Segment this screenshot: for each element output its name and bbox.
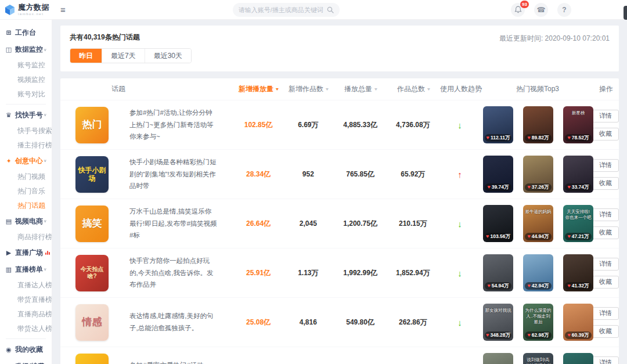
video-thumbnail[interactable]: ♥212.58万	[563, 353, 593, 364]
grid-icon: ⊞	[5, 29, 13, 37]
topic-thumbnail[interactable]: 情感	[75, 304, 109, 341]
search-input[interactable]	[239, 6, 327, 13]
video-thumbnail[interactable]: ♥112.11万	[483, 106, 513, 143]
search-box[interactable]	[233, 3, 340, 17]
video-thumbnail[interactable]: 新星榜♥78.52万	[563, 106, 593, 143]
sidebar-subitem-1-0[interactable]: 账号监控	[0, 58, 52, 73]
tab-2[interactable]: 最近30天	[145, 49, 191, 63]
sidebar-collapse-icon[interactable]: ≡	[60, 5, 66, 14]
table-row: 情感表达情感,吐露感情,美好的句子,总能治愈孤独孩子。25.08亿4,81654…	[60, 297, 619, 347]
tab-1[interactable]: 最近7天	[102, 49, 145, 63]
video-thumbnail[interactable]: ♥33.74万	[563, 156, 593, 193]
video-thumbnail[interactable]: 为什么深爱的人..不能走到最后♥62.98万	[523, 304, 553, 341]
likes-bar: ♥112.11万	[485, 134, 511, 142]
detail-button[interactable]: 详情	[592, 258, 619, 271]
video-thumbnail[interactable]: ♥54.94万	[483, 254, 513, 291]
column-header-0: 话题	[60, 84, 235, 94]
video-thumbnail[interactable]: ♥60.39万	[563, 304, 593, 341]
favorite-button[interactable]: 收藏	[592, 128, 619, 140]
sidebar-item-2[interactable]: ♛找快手号∨	[0, 107, 52, 124]
topic-description[interactable]: 参加#热门#活动,让你分分钟上热门~更多热门新奇活动等你来参与~	[129, 107, 218, 143]
detail-button[interactable]: 详情	[592, 110, 619, 122]
video-thumbnail[interactable]: ♥42.94万	[523, 254, 553, 291]
favorite-button[interactable]: 收藏	[592, 226, 619, 239]
table-header: 话题新增播放量▼新增作品数▼播放总量▼作品总数▼使用人数趋势热门视频Top3操作	[60, 78, 619, 100]
sidebar-subitem-3-2[interactable]: 热门话题	[0, 199, 52, 213]
column-header-3[interactable]: 播放总量▼	[334, 84, 388, 94]
favorite-button[interactable]: 收藏	[592, 276, 619, 289]
sidebar-subitem-3-1[interactable]: 热门音乐	[0, 184, 52, 199]
detail-button[interactable]: 详情	[592, 159, 619, 172]
column-header-6: 热门视频Top3	[482, 84, 593, 94]
total-plays-value: 765.85亿	[334, 170, 387, 179]
column-header-2[interactable]: 新增作品数▼	[283, 84, 334, 94]
column-label: 使用人数趋势	[440, 84, 482, 94]
column-header-1[interactable]: 新增播放量▼	[235, 84, 283, 94]
topic-thumbnail[interactable]: 搞笑	[75, 206, 109, 242]
topic-thumbnail[interactable]: 爱官方爱热门	[75, 354, 109, 364]
sidebar-subitem-2-0[interactable]: 快手号搜索	[0, 124, 52, 138]
topic-description[interactable]: 快手官方陪你一起拍点好玩的,今天拍点啥,我告诉你。发布作品并	[129, 255, 218, 291]
sidebar-subitem-1-1[interactable]: 视频监控	[0, 73, 52, 87]
sidebar-subitem-6-1[interactable]: 带货直播榜	[0, 293, 52, 307]
video-thumbnail[interactable]: ♥152.38万	[483, 353, 513, 364]
video-thumbnail[interactable]: 最牛逼的妈妈♥44.94万	[523, 205, 553, 242]
detail-button[interactable]: 详情	[592, 356, 619, 364]
search-icon[interactable]	[327, 6, 334, 13]
detail-button[interactable]: 详情	[592, 208, 619, 221]
video-thumbnail[interactable]: ♥103.56万	[483, 205, 513, 242]
sidebar-item-8[interactable]: ◈升级/续费	[0, 358, 52, 364]
sidebar-item-6[interactable]: ▥直播榜单∨	[0, 261, 52, 278]
likes-count: 33.74万	[572, 185, 589, 190]
total-works-value: 262.86万	[387, 318, 439, 327]
detail-button[interactable]: 详情	[592, 307, 619, 320]
tab-0[interactable]: 昨日	[70, 49, 102, 63]
sidebar-subitem-6-3[interactable]: 带货达人榜	[0, 322, 52, 336]
sidebar-subitem-6-2[interactable]: 直播商品榜	[0, 307, 52, 322]
heart-icon: ♥	[487, 135, 489, 140]
sidebar-item-3[interactable]: ✦创意中心∨	[0, 153, 52, 170]
video-thumbnail[interactable]: 天天安排啦!你也来一个吧♥47.21万	[563, 205, 593, 242]
video-thumbnail[interactable]: 说到做到!高考结束班主任带全班学生网吧通宵打游戏♥112.74万	[523, 353, 553, 364]
sidebar-item-1[interactable]: ◫数据监控∨	[0, 41, 52, 58]
video-thumbnail[interactable]: ♥41.32万	[563, 254, 593, 291]
column-header-5: 使用人数趋势	[440, 84, 482, 94]
notifications-button[interactable]: 93	[511, 3, 525, 17]
topic-description[interactable]: 表达情感,吐露感情,美好的句子,总能治愈孤独孩子。	[129, 310, 218, 334]
sidebar-item-4[interactable]: ▤视频电商∨	[0, 213, 52, 230]
sidebar-subitem-4-0[interactable]: 商品排行榜	[0, 230, 52, 244]
video-thumbnail[interactable]: ♥39.74万	[483, 156, 513, 193]
sidebar-subitem-2-1[interactable]: 播主排行榜	[0, 138, 52, 153]
shop-icon: ▤	[5, 218, 13, 225]
topic-description[interactable]: 快手小剧场是各种精彩热门短剧的“剧集地”!发布短剧相关作品时带	[129, 156, 218, 192]
brand-logo[interactable]: 魔方数据 iambox.net	[0, 3, 52, 16]
column-label: 话题	[111, 84, 125, 94]
column-header-4[interactable]: 作品总数▼	[388, 84, 440, 94]
sidebar-subitem-3-0[interactable]: 热门视频	[0, 170, 52, 184]
sidebar-item-7[interactable]: ◉我的收藏	[0, 341, 52, 358]
topic-thumbnail[interactable]: 快手小剧场	[75, 156, 109, 193]
video-thumbnail[interactable]: ♥89.82万	[523, 106, 553, 143]
chevron-down-icon: ∨	[44, 48, 48, 52]
topic-description[interactable]: 参加#爱官方爱热门#活动,一起上热门吧~	[129, 359, 218, 364]
topic-description[interactable]: 万水千山总是情,搞笑逗乐你最行!即日起,发布带#搞笑视频#标	[129, 206, 218, 242]
brand-domain: iambox.net	[18, 12, 49, 16]
sidebar-item-5[interactable]: ▶直播广场	[0, 244, 52, 261]
side-drawer-handle[interactable]	[624, 6, 627, 20]
sidebar-subitem-1-2[interactable]: 账号对比	[0, 87, 52, 102]
heart-icon: ♥	[527, 333, 530, 338]
table-body: 热门参加#热门#活动,让你分分钟上热门~更多热门新奇活动等你来参与~102.85…	[60, 100, 619, 364]
video-thumbnail[interactable]: 那女孩对我说♥348.28万	[483, 304, 513, 341]
sidebar-subitem-6-0[interactable]: 直播达人榜	[0, 278, 52, 293]
total-works-value: 4,736.08万	[387, 120, 439, 130]
likes-bar: ♥60.39万	[565, 331, 592, 339]
top-videos-cell: ♥54.94万♥42.94万♥41.32万	[481, 254, 592, 291]
topic-thumbnail[interactable]: 今天拍点啥?	[75, 255, 109, 291]
contact-button[interactable]: ☎	[534, 3, 548, 17]
help-button[interactable]: ?	[557, 3, 571, 17]
sidebar-item-0[interactable]: ⊞工作台	[0, 24, 52, 41]
favorite-button[interactable]: 收藏	[592, 325, 619, 338]
topic-thumbnail[interactable]: 热门	[75, 107, 109, 143]
video-thumbnail[interactable]: ♥37.26万	[523, 156, 553, 193]
favorite-button[interactable]: 收藏	[592, 177, 619, 190]
